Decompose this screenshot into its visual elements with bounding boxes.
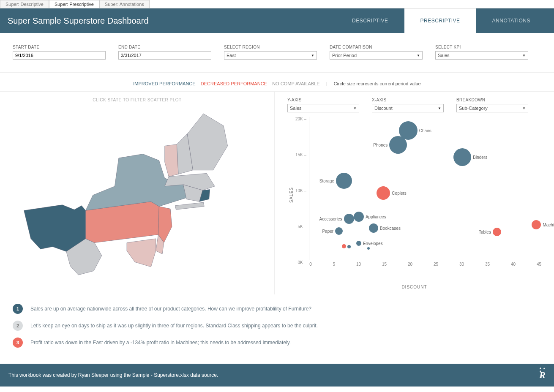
bubble-fasteners[interactable] (367, 247, 370, 250)
y-axis-ticks: 20K –15K –10K –5K –0K – (295, 117, 309, 273)
insights: 1 Sales are up on average nationwide acr… (0, 294, 554, 364)
bubble-tables[interactable] (493, 228, 501, 236)
xaxis-select[interactable]: Discount ▼ (372, 104, 444, 112)
yaxis-label: Y-AXIS (287, 98, 359, 102)
start-date-input[interactable] (13, 51, 106, 60)
badge-3: 3 (13, 338, 23, 348)
nav-annotations[interactable]: ANNOTATIONS (476, 8, 546, 33)
tab-descriptive[interactable]: Super: Descriptive (0, 0, 49, 8)
bubble-labels[interactable] (347, 245, 351, 248)
yaxis-value: Sales (290, 106, 302, 111)
scatter-controls: Y-AXIS Sales ▼ X-AXIS Discount ▼ BREAKDO… (287, 98, 541, 112)
end-date-input[interactable] (118, 51, 211, 60)
caret-down-icon: ▼ (417, 54, 420, 57)
end-date-label: END DATE (118, 45, 211, 49)
caret-down-icon: ▼ (438, 106, 441, 110)
bubble-label: Binders (473, 155, 487, 160)
breakdown-label: BREAKDOWN (456, 98, 528, 102)
state-maryland[interactable] (127, 239, 156, 267)
legend-note: Circle size represents current period va… (334, 81, 421, 86)
start-date-label: START DATE (13, 45, 106, 49)
kpi-label: SELECT KPI (435, 45, 528, 49)
bubble-label: Paper (322, 229, 333, 234)
badge-1: 1 (13, 304, 23, 314)
region-select[interactable]: East ▼ (224, 51, 317, 60)
state-ohio[interactable] (24, 205, 86, 252)
plot-area[interactable]: 051015202530354045 ChairsPhonesBindersSt… (309, 117, 541, 260)
legend: IMPROVED PERFORMANCE DECREASED PERFORMAN… (0, 73, 554, 92)
footer-logo-icon: R (539, 370, 546, 381)
page-title: Super Sample Superstore Dashboard (8, 16, 336, 26)
bubble-copiers[interactable] (377, 186, 390, 200)
breakdown-value: Sub-Category (459, 106, 488, 111)
xaxis-value: Discount (374, 106, 393, 111)
nav-tabs: DESCRIPTIVE PRESCRIPTIVE ANNOTATIONS (336, 8, 546, 33)
comparison-label: DATE COMPARISON (330, 45, 423, 49)
comparison-value: Prior Period (332, 53, 357, 58)
legend-nocomp: NO COMP AVAILABLE (272, 81, 320, 86)
state-long-island[interactable] (175, 202, 205, 210)
bubble-label: Phones (373, 143, 388, 147)
breakdown-select[interactable]: Sub-Category ▼ (456, 104, 528, 112)
yaxis-select[interactable]: Sales ▼ (287, 104, 359, 112)
bubble-binders[interactable] (453, 148, 471, 166)
region-label: SELECT REGION (224, 45, 317, 49)
caret-down-icon: ▼ (522, 54, 526, 57)
bubble-label: Tables (479, 230, 491, 234)
bubble-accessories[interactable] (344, 214, 354, 224)
bubble-art[interactable] (342, 244, 346, 248)
x-axis-ticks: 051015202530354045 (309, 262, 541, 267)
caret-down-icon: ▼ (522, 106, 526, 110)
comparison-select[interactable]: Prior Period ▼ (330, 51, 423, 60)
scatter-pane: Y-AXIS Sales ▼ X-AXIS Discount ▼ BREAKDO… (275, 92, 554, 294)
bubble-appliances[interactable] (354, 212, 364, 222)
bubble-label: Envelopes (363, 241, 383, 246)
header: Super Sample Superstore Dashboard DESCRI… (0, 8, 554, 33)
state-maine[interactable] (187, 114, 227, 170)
map-pane: CLICK STATE TO FILTER SCATTER PLOT (0, 92, 275, 294)
badge-2: 2 (13, 321, 23, 331)
map-title: CLICK STATE TO FILTER SCATTER PLOT (8, 98, 266, 102)
insight-1-text: Sales are up on average nationwide acros… (30, 306, 311, 312)
footer: This workbook was created by Ryan Sleepe… (0, 364, 554, 387)
nav-prescriptive[interactable]: PRESCRIPTIVE (404, 8, 476, 33)
bubble-label: Accessories (319, 217, 342, 221)
bubble-label: Appliances (366, 215, 386, 219)
insight-2-text: Let's keep an eye on days to ship as it … (30, 323, 318, 329)
main-area: CLICK STATE TO FILTER SCATTER PLOT (0, 92, 554, 294)
state-vermont[interactable] (165, 144, 178, 177)
workbook-tabs: Super: Descriptive Super: Prescriptive S… (0, 0, 554, 8)
state-new-jersey[interactable] (158, 207, 172, 243)
bubble-label: Bookcases (380, 226, 401, 231)
bubble-label: Storage (319, 179, 334, 183)
insight-row: 1 Sales are up on average nationwide acr… (13, 304, 541, 314)
bubble-label: Machines (543, 223, 554, 227)
bubble-phones[interactable] (389, 136, 407, 154)
legend-improved: IMPROVED PERFORMANCE (133, 81, 195, 86)
filter-bar: START DATE END DATE SELECT REGION East ▼… (0, 33, 554, 73)
legend-decreased: DECREASED PERFORMANCE (201, 81, 267, 86)
tab-prescriptive[interactable]: Super: Prescriptive (49, 0, 99, 8)
insight-row: 2 Let's keep an eye on days to ship as i… (13, 321, 541, 331)
kpi-value: Sales (438, 53, 450, 58)
bubble-storage[interactable] (336, 173, 352, 189)
x-axis-title: DISCOUNT (287, 285, 541, 289)
scatter-chart: SALES 20K –15K –10K –5K –0K – 0510152025… (287, 117, 541, 273)
bubble-label: Copiers (392, 191, 406, 196)
xaxis-label: X-AXIS (372, 98, 444, 102)
insight-3-text: Profit ratio was down in the East driven… (30, 340, 291, 346)
us-east-map[interactable] (8, 106, 245, 283)
kpi-select[interactable]: Sales ▼ (435, 51, 528, 60)
bubble-envelopes[interactable] (356, 241, 361, 246)
insight-row: 3 Profit ratio was down in the East driv… (13, 338, 541, 348)
footer-text: This workbook was created by Ryan Sleepe… (8, 372, 218, 378)
bubble-paper[interactable] (335, 227, 343, 235)
region-value: East (227, 53, 236, 58)
caret-down-icon: ▼ (311, 54, 314, 57)
bubble-machines[interactable] (532, 220, 541, 229)
caret-down-icon: ▼ (353, 106, 357, 110)
bubble-bookcases[interactable] (369, 223, 378, 233)
bubble-label: Chairs (419, 128, 431, 133)
nav-descriptive[interactable]: DESCRIPTIVE (336, 8, 404, 33)
tab-annotations[interactable]: Super: Annotations (99, 0, 150, 8)
